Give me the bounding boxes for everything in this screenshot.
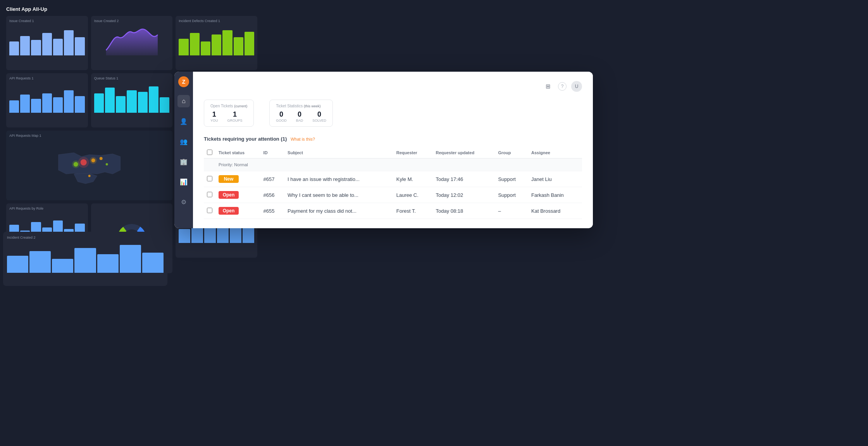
stat-bad-number: 0	[296, 110, 303, 119]
requester-cell-3: Forest T.	[393, 203, 433, 219]
ticket-stats-values: 0 GOOD 0 BAD 0 SOLVED	[276, 110, 326, 122]
col-updated: Requester updated	[432, 147, 495, 158]
col-checkbox	[204, 147, 215, 158]
user-avatar[interactable]: U	[571, 81, 582, 92]
stats-row: Open Tickets (current) 1 YOU 1 GROUPS Ti…	[204, 100, 582, 127]
stat-groups-number: 1	[227, 110, 243, 119]
chart-card-2: Incident Defects Created 1	[176, 16, 257, 70]
bar-chart-3	[9, 82, 85, 113]
svg-point-6	[72, 160, 80, 168]
table-row[interactable]: New #657 I have an issue with registrati…	[204, 171, 582, 187]
stat-groups-label: GROUPS	[227, 119, 243, 122]
col-group: Group	[495, 147, 528, 158]
open-tickets-section: Open Tickets (current) 1 YOU 1 GROUPS	[204, 100, 254, 127]
svg-point-7	[100, 157, 103, 160]
open-tickets-title: Open Tickets (current)	[210, 104, 247, 108]
row-checkbox-3[interactable]	[207, 208, 212, 213]
requester-cell-2: Lauree C.	[393, 187, 433, 203]
stat-groups: 1 GROUPS	[227, 110, 243, 122]
sidebar-icon-home[interactable]: ⌂	[177, 95, 190, 107]
stat-you-number: 1	[210, 110, 218, 119]
chart-card-4: Queue Status 1	[91, 73, 173, 127]
stat-solved: 0 SOLVED	[312, 110, 326, 122]
row-checkbox-cell-1	[204, 171, 215, 187]
open-tickets-values: 1 YOU 1 GROUPS	[210, 110, 247, 122]
status-cell-1: New	[215, 171, 260, 187]
subject-cell-2: Why I cant seem to be able to...	[284, 187, 393, 203]
select-all-checkbox[interactable]	[207, 150, 212, 155]
row-checkbox-cell-3	[204, 203, 215, 219]
col-subject: Subject	[284, 147, 393, 158]
bottom-bar-chart	[7, 242, 164, 273]
stat-good-number: 0	[276, 110, 287, 119]
subject-cell-3: Payment for my class did not...	[284, 203, 393, 219]
col-status: Ticket status	[215, 147, 260, 158]
status-badge-open-2: Open	[219, 207, 239, 215]
group-cell-2: Support	[495, 187, 528, 203]
bottom-chart-1: Incident Created 2	[3, 232, 167, 286]
row-checkbox-1[interactable]	[207, 176, 212, 181]
stat-you: 1 YOU	[210, 110, 218, 122]
sidebar-icon-building[interactable]: 🏢	[177, 155, 190, 168]
stat-you-label: YOU	[210, 119, 218, 122]
area-chart-svg	[94, 24, 170, 55]
dashboard-title: Client App All-Up	[6, 6, 257, 12]
panel-content: ⊞ ? U Open Tickets (current) 1 YOU 1 GRO…	[193, 72, 593, 228]
what-is-this-link[interactable]: What is this?	[291, 137, 315, 141]
priority-label: Priority: Normal	[215, 158, 582, 171]
status-badge-new: New	[219, 175, 239, 183]
group-cell-1: Support	[495, 171, 528, 187]
id-cell-1: #657	[260, 171, 285, 187]
sidebar-logo: Z	[178, 76, 189, 87]
ticket-statistics-section: Ticket Statistics (this week) 0 GOOD 0 B…	[269, 100, 333, 127]
row-checkbox-2[interactable]	[207, 192, 212, 197]
table-row[interactable]: Open #655 Payment for my class did not..…	[204, 203, 582, 219]
tickets-heading: Tickets requiring your attention (1) Wha…	[204, 136, 582, 142]
assignee-cell-1: Janet Liu	[528, 171, 582, 187]
chart-title-4: Queue Status 1	[94, 76, 170, 80]
status-cell-2: Open	[215, 187, 260, 203]
assignee-cell-2: Farkash Banin	[528, 187, 582, 203]
updated-cell-3: Today 08:18	[432, 203, 495, 219]
id-cell-3: #655	[260, 203, 285, 219]
chart-title-1: Issue Created 2	[94, 19, 170, 23]
help-icon[interactable]: ?	[558, 82, 567, 91]
bar-chart-4	[94, 82, 170, 113]
status-badge-open-1: Open	[219, 191, 239, 199]
chart-card-3: API Requests 1	[6, 73, 88, 127]
id-cell-2: #656	[260, 187, 285, 203]
tickets-table: Ticket status ID Subject Requester Reque…	[204, 147, 582, 219]
chart-title-3: API Requests 1	[9, 76, 85, 80]
svg-point-8	[106, 163, 108, 165]
stat-good-label: GOOD	[276, 119, 287, 122]
stat-solved-label: SOLVED	[312, 119, 326, 122]
chart-card-0: Issue Created 1	[6, 16, 88, 70]
table-row[interactable]: Open #656 Why I cant seem to be able to.…	[204, 187, 582, 203]
chart-title-0: Issue Created 1	[9, 19, 85, 23]
grid-icon[interactable]: ⊞	[542, 81, 553, 92]
row-checkbox-cell-2	[204, 187, 215, 203]
assignee-cell-3: Kat Brossard	[528, 203, 582, 219]
sidebar-icon-team[interactable]: 👥	[177, 135, 190, 148]
bar-chart-0	[9, 24, 85, 55]
col-id: ID	[260, 147, 285, 158]
stat-solved-number: 0	[312, 110, 326, 119]
svg-point-4	[90, 157, 97, 164]
bar-chart-2	[179, 24, 254, 55]
sidebar-icon-settings[interactable]: ⚙	[177, 196, 190, 208]
bottom-charts: Incident Created 2	[0, 229, 170, 289]
chart-card-1: Issue Created 2	[91, 16, 173, 70]
stat-bad: 0 BAD	[296, 110, 303, 122]
group-cell-3: –	[495, 203, 528, 219]
map-card: API Requests Map 1	[6, 131, 172, 200]
col-requester: Requester	[393, 147, 433, 158]
ticket-stats-title: Ticket Statistics (this week)	[276, 104, 326, 108]
subject-cell-1: I have an issue with registratio...	[284, 171, 393, 187]
svg-point-9	[88, 175, 91, 177]
priority-row: Priority: Normal	[204, 158, 582, 171]
main-panel: Z ⌂ 👤 👥 🏢 📊 ⚙ ⊞ ? U Open Tickets (curren…	[174, 72, 593, 228]
stat-good: 0 GOOD	[276, 110, 287, 122]
sidebar-icon-users[interactable]: 👤	[177, 115, 190, 127]
stat-bad-label: BAD	[296, 119, 303, 122]
sidebar-icon-chart[interactable]: 📊	[177, 176, 190, 188]
